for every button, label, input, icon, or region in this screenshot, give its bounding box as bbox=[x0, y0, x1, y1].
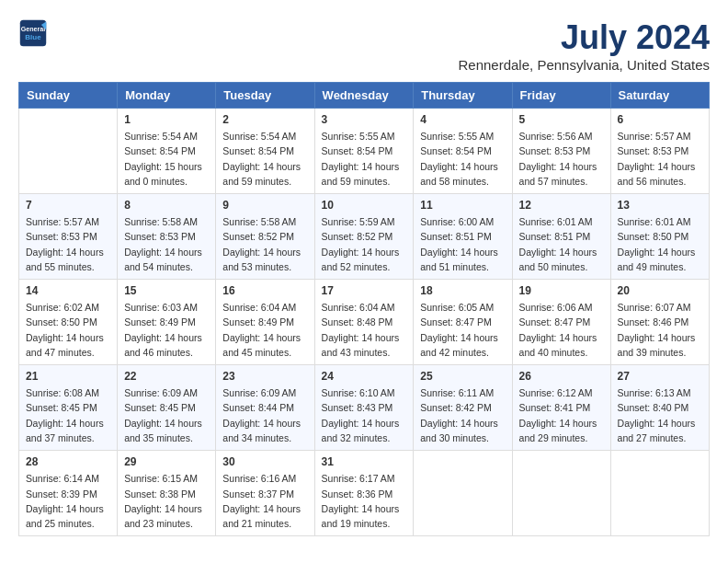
day-number: 4 bbox=[420, 113, 505, 126]
calendar-cell: 3Sunrise: 5:55 AMSunset: 8:54 PMDaylight… bbox=[314, 109, 414, 194]
day-info: Sunrise: 5:54 AMSunset: 8:54 PMDaylight:… bbox=[124, 129, 209, 189]
day-info: Sunrise: 5:54 AMSunset: 8:54 PMDaylight:… bbox=[222, 129, 307, 189]
day-info: Sunrise: 6:13 AMSunset: 8:40 PMDaylight:… bbox=[618, 385, 702, 445]
week-row-3: 14Sunrise: 6:02 AMSunset: 8:50 PMDayligh… bbox=[19, 280, 710, 365]
day-number: 19 bbox=[519, 284, 604, 297]
day-number: 23 bbox=[222, 370, 307, 383]
calendar-body: 1Sunrise: 5:54 AMSunset: 8:54 PMDaylight… bbox=[19, 109, 710, 536]
day-number: 28 bbox=[26, 455, 110, 468]
day-number: 25 bbox=[420, 370, 505, 383]
calendar-cell: 26Sunrise: 6:12 AMSunset: 8:41 PMDayligh… bbox=[512, 365, 610, 451]
calendar-cell: 21Sunrise: 6:08 AMSunset: 8:45 PMDayligh… bbox=[19, 365, 118, 451]
day-number: 13 bbox=[618, 199, 702, 212]
calendar-cell: 2Sunrise: 5:54 AMSunset: 8:54 PMDaylight… bbox=[216, 109, 314, 194]
calendar-cell: 16Sunrise: 6:04 AMSunset: 8:49 PMDayligh… bbox=[216, 280, 314, 365]
day-info: Sunrise: 6:17 AMSunset: 8:36 PMDaylight:… bbox=[322, 471, 407, 531]
calendar-cell: 6Sunrise: 5:57 AMSunset: 8:53 PMDaylight… bbox=[610, 109, 709, 194]
day-info: Sunrise: 6:02 AMSunset: 8:50 PMDaylight:… bbox=[26, 300, 110, 360]
week-row-2: 7Sunrise: 5:57 AMSunset: 8:53 PMDaylight… bbox=[19, 194, 710, 280]
day-number: 9 bbox=[222, 199, 307, 212]
calendar-cell: 25Sunrise: 6:11 AMSunset: 8:42 PMDayligh… bbox=[414, 365, 512, 451]
day-info: Sunrise: 6:09 AMSunset: 8:45 PMDaylight:… bbox=[124, 385, 209, 445]
day-info: Sunrise: 5:55 AMSunset: 8:54 PMDaylight:… bbox=[322, 129, 407, 189]
day-info: Sunrise: 5:59 AMSunset: 8:52 PMDaylight:… bbox=[322, 214, 407, 274]
week-row-4: 21Sunrise: 6:08 AMSunset: 8:45 PMDayligh… bbox=[19, 365, 710, 451]
calendar-cell: 9Sunrise: 5:58 AMSunset: 8:52 PMDaylight… bbox=[216, 194, 314, 280]
calendar-cell: 28Sunrise: 6:14 AMSunset: 8:39 PMDayligh… bbox=[19, 451, 118, 536]
calendar-cell bbox=[414, 451, 512, 536]
day-info: Sunrise: 6:03 AMSunset: 8:49 PMDaylight:… bbox=[124, 300, 209, 360]
day-info: Sunrise: 6:09 AMSunset: 8:44 PMDaylight:… bbox=[222, 385, 307, 445]
calendar-cell: 1Sunrise: 5:54 AMSunset: 8:54 PMDaylight… bbox=[118, 109, 216, 194]
calendar-cell: 24Sunrise: 6:10 AMSunset: 8:43 PMDayligh… bbox=[314, 365, 414, 451]
month-title: July 2024 bbox=[458, 18, 710, 57]
day-info: Sunrise: 6:01 AMSunset: 8:50 PMDaylight:… bbox=[618, 214, 702, 274]
day-number: 24 bbox=[322, 370, 407, 383]
day-info: Sunrise: 6:06 AMSunset: 8:47 PMDaylight:… bbox=[519, 300, 604, 360]
day-header-friday: Friday bbox=[512, 83, 610, 109]
day-number: 1 bbox=[124, 113, 209, 126]
day-info: Sunrise: 6:07 AMSunset: 8:46 PMDaylight:… bbox=[618, 300, 702, 360]
day-number: 29 bbox=[124, 455, 209, 468]
day-header-thursday: Thursday bbox=[414, 83, 512, 109]
calendar-cell: 13Sunrise: 6:01 AMSunset: 8:50 PMDayligh… bbox=[610, 194, 709, 280]
day-number: 10 bbox=[322, 199, 407, 212]
calendar-cell: 30Sunrise: 6:16 AMSunset: 8:37 PMDayligh… bbox=[216, 451, 314, 536]
day-info: Sunrise: 6:10 AMSunset: 8:43 PMDaylight:… bbox=[322, 385, 407, 445]
day-number: 7 bbox=[26, 199, 110, 212]
day-number: 21 bbox=[26, 370, 110, 383]
day-info: Sunrise: 5:56 AMSunset: 8:53 PMDaylight:… bbox=[519, 129, 604, 189]
day-number: 31 bbox=[322, 455, 407, 468]
day-info: Sunrise: 6:12 AMSunset: 8:41 PMDaylight:… bbox=[519, 385, 604, 445]
calendar-table: SundayMondayTuesdayWednesdayThursdayFrid… bbox=[18, 82, 710, 536]
day-number: 11 bbox=[420, 199, 505, 212]
calendar-cell: 23Sunrise: 6:09 AMSunset: 8:44 PMDayligh… bbox=[216, 365, 314, 451]
day-number: 2 bbox=[222, 113, 307, 126]
day-header-tuesday: Tuesday bbox=[216, 83, 314, 109]
day-info: Sunrise: 5:57 AMSunset: 8:53 PMDaylight:… bbox=[26, 214, 110, 274]
svg-text:General: General bbox=[21, 26, 46, 33]
day-info: Sunrise: 6:16 AMSunset: 8:37 PMDaylight:… bbox=[222, 471, 307, 531]
day-number: 18 bbox=[420, 284, 505, 297]
day-number: 26 bbox=[519, 370, 604, 383]
day-number: 15 bbox=[124, 284, 209, 297]
day-info: Sunrise: 6:05 AMSunset: 8:47 PMDaylight:… bbox=[420, 300, 505, 360]
calendar-cell bbox=[610, 451, 709, 536]
day-info: Sunrise: 6:15 AMSunset: 8:38 PMDaylight:… bbox=[124, 471, 209, 531]
day-info: Sunrise: 5:55 AMSunset: 8:54 PMDaylight:… bbox=[420, 129, 505, 189]
day-number: 27 bbox=[618, 370, 702, 383]
week-row-5: 28Sunrise: 6:14 AMSunset: 8:39 PMDayligh… bbox=[19, 451, 710, 536]
day-info: Sunrise: 6:01 AMSunset: 8:51 PMDaylight:… bbox=[519, 214, 604, 274]
day-number: 16 bbox=[222, 284, 307, 297]
day-number: 20 bbox=[618, 284, 702, 297]
day-number: 8 bbox=[124, 199, 209, 212]
day-info: Sunrise: 5:58 AMSunset: 8:53 PMDaylight:… bbox=[124, 214, 209, 274]
page-header: General Blue July 2024 Rennerdale, Penns… bbox=[18, 18, 710, 73]
title-block: July 2024 Rennerdale, Pennsylvania, Unit… bbox=[458, 18, 710, 73]
calendar-cell: 18Sunrise: 6:05 AMSunset: 8:47 PMDayligh… bbox=[414, 280, 512, 365]
day-header-sunday: Sunday bbox=[19, 83, 118, 109]
day-number: 3 bbox=[322, 113, 407, 126]
day-info: Sunrise: 6:04 AMSunset: 8:49 PMDaylight:… bbox=[222, 300, 307, 360]
calendar-cell bbox=[19, 109, 118, 194]
calendar-cell: 27Sunrise: 6:13 AMSunset: 8:40 PMDayligh… bbox=[610, 365, 709, 451]
calendar-cell: 17Sunrise: 6:04 AMSunset: 8:48 PMDayligh… bbox=[314, 280, 414, 365]
calendar-cell: 22Sunrise: 6:09 AMSunset: 8:45 PMDayligh… bbox=[118, 365, 216, 451]
calendar-cell: 12Sunrise: 6:01 AMSunset: 8:51 PMDayligh… bbox=[512, 194, 610, 280]
calendar-cell: 4Sunrise: 5:55 AMSunset: 8:54 PMDaylight… bbox=[414, 109, 512, 194]
days-of-week-row: SundayMondayTuesdayWednesdayThursdayFrid… bbox=[19, 83, 710, 109]
location-title: Rennerdale, Pennsylvania, United States bbox=[458, 57, 710, 73]
day-number: 14 bbox=[26, 284, 110, 297]
day-info: Sunrise: 6:14 AMSunset: 8:39 PMDaylight:… bbox=[26, 471, 110, 531]
calendar-cell: 19Sunrise: 6:06 AMSunset: 8:47 PMDayligh… bbox=[512, 280, 610, 365]
day-number: 30 bbox=[222, 455, 307, 468]
day-number: 6 bbox=[618, 113, 702, 126]
week-row-1: 1Sunrise: 5:54 AMSunset: 8:54 PMDaylight… bbox=[19, 109, 710, 194]
calendar-cell: 10Sunrise: 5:59 AMSunset: 8:52 PMDayligh… bbox=[314, 194, 414, 280]
day-info: Sunrise: 5:58 AMSunset: 8:52 PMDaylight:… bbox=[222, 214, 307, 274]
calendar-cell: 15Sunrise: 6:03 AMSunset: 8:49 PMDayligh… bbox=[118, 280, 216, 365]
day-info: Sunrise: 5:57 AMSunset: 8:53 PMDaylight:… bbox=[618, 129, 702, 189]
svg-text:Blue: Blue bbox=[25, 33, 41, 41]
day-number: 5 bbox=[519, 113, 604, 126]
day-number: 22 bbox=[124, 370, 209, 383]
